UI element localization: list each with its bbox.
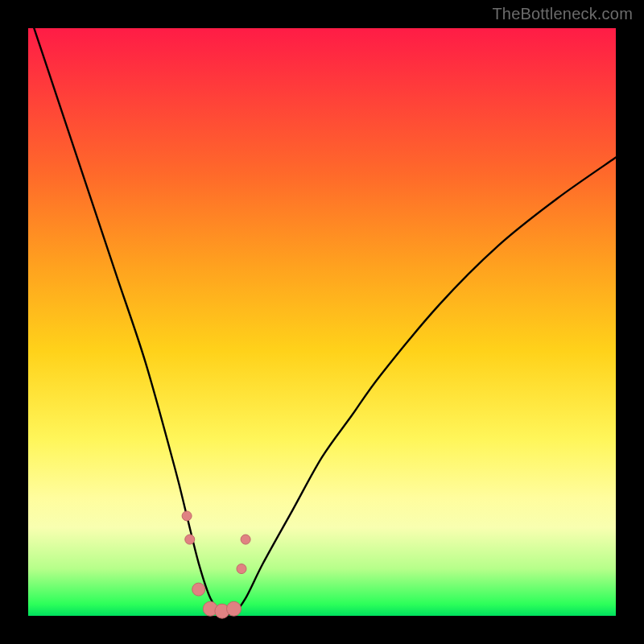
plot-area [28, 28, 616, 616]
curve-markers [182, 511, 250, 618]
chart-frame: TheBottleneck.com [0, 0, 644, 644]
bottleneck-curve [28, 10, 616, 614]
curve-marker [227, 601, 242, 616]
curve-marker [237, 564, 246, 574]
curve-marker [182, 511, 192, 521]
watermark-text: TheBottleneck.com [492, 5, 633, 23]
curve-marker [241, 535, 250, 544]
curve-marker [185, 535, 195, 544]
curve-svg [28, 28, 616, 616]
curve-marker [192, 583, 205, 596]
